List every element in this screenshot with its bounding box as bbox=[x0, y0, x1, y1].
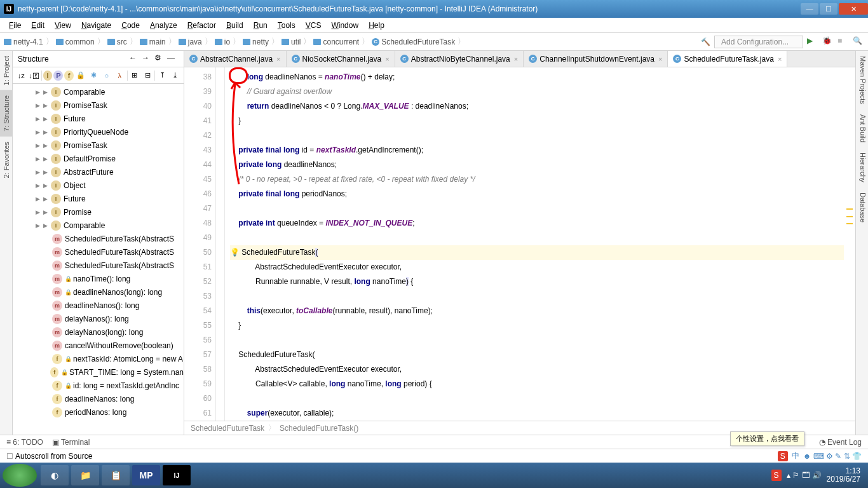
editor-tab[interactable]: CAbstractChannel.java× bbox=[184, 51, 287, 67]
ime-indicator[interactable]: S bbox=[778, 451, 788, 461]
search-everywhere-button[interactable]: 🔍 bbox=[853, 36, 864, 48]
tab-close-icon[interactable]: × bbox=[778, 55, 782, 63]
right-tool-hierarchy[interactable]: Hierarchy bbox=[856, 147, 868, 187]
tab-close-icon[interactable]: × bbox=[276, 55, 280, 63]
show-inherited-button[interactable]: ✱ bbox=[88, 69, 99, 82]
autoscroll-to-source-button[interactable]: ⤒ bbox=[156, 69, 168, 82]
menu-tools[interactable]: Tools bbox=[274, 20, 299, 31]
menu-window[interactable]: Window bbox=[327, 20, 362, 31]
right-tool-database[interactable]: Database bbox=[856, 187, 868, 227]
debug-button[interactable]: 🐞 bbox=[822, 36, 834, 48]
code-editor[interactable]: 3839404142434445464748495051525354555657… bbox=[184, 67, 855, 421]
menu-build[interactable]: Build bbox=[222, 20, 247, 31]
tree-item[interactable]: ▶▶IPriorityQueueNode bbox=[13, 125, 184, 139]
collapse-all-button[interactable]: ⊟ bbox=[142, 69, 153, 82]
event-log-button[interactable]: ◔ Event Log bbox=[819, 438, 862, 447]
menu-view[interactable]: View bbox=[51, 20, 75, 31]
editor-crumb-method[interactable]: ScheduledFutureTask() bbox=[280, 424, 358, 433]
breadcrumb-item[interactable]: CScheduledFutureTask bbox=[372, 37, 455, 46]
editor-tab[interactable]: CAbstractNioByteChannel.java× bbox=[395, 51, 524, 67]
run-button[interactable]: ▶ bbox=[807, 36, 818, 48]
tree-item[interactable]: mdelayNanos(): long bbox=[13, 312, 184, 325]
menu-navigate[interactable]: Navigate bbox=[78, 20, 115, 31]
tree-item[interactable]: ▶▶IComparable bbox=[13, 219, 184, 232]
tree-item[interactable]: ▶▶IPromiseTask bbox=[13, 139, 184, 152]
show-nonpublic-button[interactable]: 🔒 bbox=[75, 69, 86, 82]
menu-refactor[interactable]: Refactor bbox=[184, 20, 220, 31]
show-fields-button[interactable]: f bbox=[64, 71, 74, 81]
tree-item[interactable]: mScheduledFutureTask(AbstractS bbox=[13, 259, 184, 272]
tree-item[interactable]: f🔒START_TIME: long = System.nan bbox=[13, 365, 184, 379]
start-button[interactable] bbox=[3, 464, 37, 487]
tree-item[interactable]: ▶▶IFuture bbox=[13, 112, 184, 125]
menu-run[interactable]: Run bbox=[250, 20, 271, 31]
tree-item[interactable]: mdelayNanos(long): long bbox=[13, 325, 184, 339]
tab-close-icon[interactable]: × bbox=[658, 55, 662, 63]
tree-item[interactable]: ▶▶IObject bbox=[13, 179, 184, 192]
left-tool-2-favorites[interactable]: 2: Favorites bbox=[0, 137, 12, 183]
breadcrumb-item[interactable]: java bbox=[179, 37, 202, 46]
tree-item[interactable]: m🔒nanoTime(): long bbox=[13, 272, 184, 285]
minimize-button[interactable]: — bbox=[801, 3, 818, 15]
tray-icons[interactable]: ▴ 🏳 🗔 🔊 bbox=[787, 471, 822, 480]
close-button[interactable]: ✕ bbox=[839, 3, 868, 15]
tree-item[interactable]: ▶▶IComparable bbox=[13, 85, 184, 98]
taskbar-intellij[interactable]: IJ bbox=[163, 465, 191, 485]
tree-item[interactable]: m🔒deadlineNanos(long): long bbox=[13, 285, 184, 299]
editor-crumb-class[interactable]: ScheduledFutureTask bbox=[191, 424, 264, 433]
tool-terminal-button[interactable]: ▣ Terminal bbox=[52, 438, 90, 447]
menu-edit[interactable]: Edit bbox=[27, 20, 48, 31]
tree-item[interactable]: ▶▶IFuture bbox=[13, 192, 184, 205]
menu-file[interactable]: File bbox=[5, 20, 25, 31]
breadcrumb-item[interactable]: netty bbox=[243, 37, 269, 46]
tree-item[interactable]: mScheduledFutureTask(AbstractS bbox=[13, 232, 184, 245]
breadcrumb-item[interactable]: io bbox=[215, 37, 230, 46]
editor-tab[interactable]: CScheduledFutureTask.java× bbox=[668, 51, 787, 67]
panel-settings-icon[interactable]: ⚙ bbox=[154, 53, 166, 65]
breadcrumb-item[interactable]: src bbox=[107, 37, 127, 46]
tree-item[interactable]: f🔒nextTaskId: AtomicLong = new A bbox=[13, 352, 184, 365]
tab-close-icon[interactable]: × bbox=[514, 55, 518, 63]
autoscroll-from-source-button[interactable]: ⤓ bbox=[170, 69, 181, 82]
breadcrumb-item[interactable]: main bbox=[140, 37, 166, 46]
show-properties-button[interactable]: P bbox=[53, 71, 63, 81]
tree-item[interactable]: mdeadlineNanos(): long bbox=[13, 299, 184, 312]
menu-vcs[interactable]: VCS bbox=[302, 20, 325, 31]
left-tool-7-structure[interactable]: 7: Structure bbox=[0, 90, 12, 137]
structure-tree[interactable]: ▶▶IComparable▶▶IPromiseTask▶▶IFuture▶▶IP… bbox=[13, 84, 184, 435]
taskbar-explorer[interactable]: 📁 bbox=[71, 465, 99, 485]
tool-todo-button[interactable]: ≡ 6: TODO bbox=[6, 438, 43, 447]
show-interfaces-button[interactable]: I bbox=[43, 71, 53, 81]
menu-code[interactable]: Code bbox=[118, 20, 144, 31]
left-tool-1-project[interactable]: 1: Project bbox=[0, 51, 12, 90]
taskbar-app-3[interactable]: MP bbox=[132, 465, 160, 485]
tree-item[interactable]: f🔒id: long = nextTaskId.getAndInc bbox=[13, 379, 184, 392]
maximize-button[interactable]: ☐ bbox=[820, 3, 837, 15]
sort-alpha-button[interactable]: ↓z bbox=[15, 69, 27, 82]
tray-ime-icon[interactable]: S bbox=[771, 470, 782, 481]
panel-next-button[interactable]: → bbox=[142, 53, 153, 65]
panel-prev-button[interactable]: ← bbox=[129, 53, 140, 65]
tree-item[interactable]: fperiodNanos: long bbox=[13, 405, 184, 419]
expand-all-button[interactable]: ⊞ bbox=[128, 69, 140, 82]
tab-close-icon[interactable]: × bbox=[385, 55, 389, 63]
error-stripe[interactable] bbox=[844, 67, 853, 421]
editor-tab[interactable]: CChannelInputShutdownEvent.java× bbox=[524, 51, 668, 67]
tree-item[interactable]: mcancelWithoutRemove(boolean) bbox=[13, 339, 184, 352]
breadcrumb-item[interactable]: util bbox=[281, 37, 301, 46]
menu-help[interactable]: Help bbox=[365, 20, 388, 31]
editor-fold-column[interactable] bbox=[216, 67, 225, 421]
tree-item[interactable]: ▶▶IAbstractFuture bbox=[13, 165, 184, 179]
breadcrumb-item[interactable]: common bbox=[56, 37, 95, 46]
show-anonymous-button[interactable]: ○ bbox=[101, 69, 112, 82]
editor-tab[interactable]: CNioSocketChannel.java× bbox=[287, 51, 395, 67]
stop-button[interactable]: ■ bbox=[837, 36, 849, 48]
build-icon[interactable]: 🔨 bbox=[701, 37, 710, 46]
ime-lang-indicator[interactable]: 中 bbox=[792, 451, 799, 461]
run-config-select[interactable]: Add Configuration... bbox=[714, 36, 803, 48]
breadcrumb-item[interactable]: concurrent bbox=[313, 37, 359, 46]
taskbar-app-2[interactable]: 📋 bbox=[102, 465, 130, 485]
show-lambdas-button[interactable]: λ bbox=[114, 69, 125, 82]
taskbar-app-1[interactable]: ◐ bbox=[41, 465, 69, 485]
tree-item[interactable]: fdeadlineNanos: long bbox=[13, 392, 184, 405]
